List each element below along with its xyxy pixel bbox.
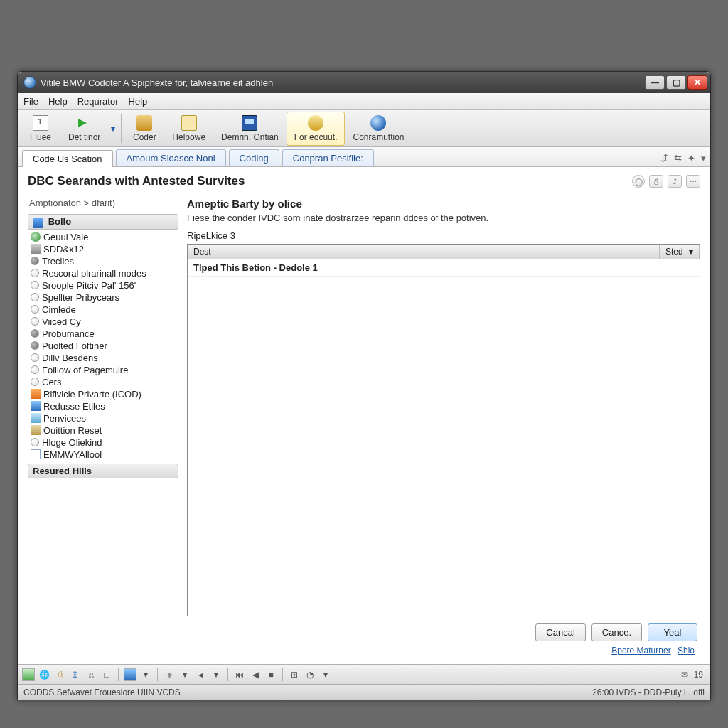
sidebar-item[interactable]: EMMWYAllool bbox=[29, 449, 178, 461]
tb-foreocuut[interactable]: For eocuut. bbox=[287, 112, 346, 146]
bb-icon-7[interactable] bbox=[124, 668, 136, 681]
sidebar-item[interactable]: Puolted Foftiner bbox=[29, 340, 178, 352]
bb-icon-4[interactable]: 🗎 bbox=[69, 668, 82, 681]
bb-icon-9[interactable]: ◂ bbox=[194, 668, 207, 681]
bb-icon-2[interactable]: 🌐 bbox=[38, 668, 50, 681]
tab-conpran-pesifile[interactable]: Conpran Pesifile: bbox=[282, 149, 374, 166]
tb-coder[interactable]: Coder bbox=[124, 112, 164, 146]
maximize-button[interactable]: ▢ bbox=[666, 75, 686, 90]
bullet-icon bbox=[31, 305, 39, 314]
tb-fluee[interactable]: Fluee bbox=[21, 112, 60, 146]
bullet-icon bbox=[31, 281, 39, 289]
sidebar-item[interactable]: Redusse Etiles bbox=[29, 400, 178, 412]
sidebar-item[interactable]: Dillv Besdens bbox=[29, 352, 178, 364]
bullet-icon bbox=[31, 329, 39, 338]
breadcrumb: Amptionaton > dfarit) bbox=[28, 198, 178, 208]
tab-amoum-sloasce[interactable]: Amoum Sloasce Nonl bbox=[116, 149, 226, 166]
tabtool-3-icon[interactable]: ✦ bbox=[687, 153, 695, 164]
bullet-icon bbox=[31, 317, 39, 326]
sidebar-item[interactable]: Treciles bbox=[29, 255, 178, 267]
tb-conramuttion[interactable]: Conramuttion bbox=[345, 112, 412, 146]
sidebar-item-label: Geuul Vale bbox=[43, 232, 88, 242]
col-sted[interactable]: Sted ▾ bbox=[660, 245, 700, 259]
tabtool-dropdown-icon[interactable]: ▾ bbox=[701, 153, 706, 164]
bb-icon-11[interactable]: ◔ bbox=[304, 668, 316, 681]
hdr-refresh-icon[interactable]: ◯ bbox=[632, 175, 645, 188]
bb-icon-8[interactable]: ⎈ bbox=[163, 668, 176, 681]
sidebar-item[interactable]: SDD&x12 bbox=[29, 243, 178, 255]
menu-regurator[interactable]: Requrator bbox=[77, 96, 119, 107]
bb-icon-10[interactable]: ⊞ bbox=[288, 668, 301, 681]
side-header-bollo[interactable]: Bollo bbox=[28, 214, 178, 230]
bb-dropdown-1[interactable]: ▾ bbox=[139, 668, 152, 681]
bb-prev-icon[interactable]: ⏮ bbox=[233, 668, 246, 681]
bb-icon-5[interactable]: ⎌ bbox=[85, 668, 97, 681]
sidebar-item-label: Ouittion Reset bbox=[43, 425, 102, 436]
bb-back-icon[interactable]: ◀ bbox=[249, 668, 262, 681]
menu-help[interactable]: Help bbox=[48, 96, 68, 107]
sidebar-item[interactable]: Probumance bbox=[29, 328, 178, 340]
menu-file[interactable]: File bbox=[23, 96, 38, 107]
bb-mail-icon[interactable]: ✉ bbox=[678, 668, 691, 681]
tabtool-1-icon[interactable]: ⇵ bbox=[660, 153, 668, 164]
tb-demrin[interactable]: Demrin. Ontian bbox=[213, 112, 287, 146]
results-grid: Dest Sted ▾ Tlped This Betion - Dedole 1 bbox=[187, 244, 700, 616]
link-bpore[interactable]: Bpore Maturner bbox=[611, 646, 670, 655]
bb-icon-6[interactable]: □ bbox=[100, 668, 113, 681]
wand-icon bbox=[33, 218, 43, 228]
sidebar: Amptionaton > dfarit) Bollo Geuul Vale S… bbox=[28, 198, 178, 660]
hdr-export-icon[interactable]: ⤴ bbox=[668, 175, 682, 188]
cube-icon bbox=[31, 244, 41, 254]
bb-icon-1[interactable] bbox=[22, 668, 35, 681]
sidebar-item[interactable]: Sroople Pitciv Pal' 156' bbox=[29, 279, 178, 291]
sidebar-item[interactable]: Spellter Pribycears bbox=[29, 291, 178, 304]
status-right: 26:00 IVDS - DDD-Puiy L. offi bbox=[592, 687, 705, 697]
sidebar-item[interactable]: Cimlede bbox=[29, 304, 178, 316]
box-icon bbox=[31, 425, 41, 435]
bb-dropdown-4[interactable]: ▾ bbox=[319, 668, 332, 681]
bb-dropdown-2[interactable]: ▾ bbox=[178, 668, 191, 681]
bb-icon-3[interactable]: ⎙ bbox=[53, 668, 66, 681]
menu-help-2[interactable]: Help bbox=[129, 96, 148, 107]
tb-dettinor[interactable]: Det tinor bbox=[60, 112, 108, 146]
col-sted-label: Sted bbox=[665, 247, 683, 257]
hdr-more-icon[interactable]: ⋯ bbox=[686, 175, 700, 188]
table-row[interactable]: Tlped This Betion - Dedole 1 bbox=[188, 259, 700, 277]
status-left: CODDS Sefwavet Frouesiore UIIN VCDS bbox=[23, 687, 181, 697]
sidebar-item[interactable]: Penvicees bbox=[29, 412, 178, 424]
bullet-icon bbox=[31, 257, 39, 265]
titlebar: Vitile BMW Codoter A Spiphexte for, talv… bbox=[18, 72, 710, 93]
sidebar-item-label: Dillv Besdens bbox=[42, 353, 98, 363]
bullet-icon bbox=[31, 353, 39, 362]
tab-code-us-scation[interactable]: Code Us Scation bbox=[22, 150, 113, 167]
bb-stop-icon[interactable]: ■ bbox=[264, 668, 277, 681]
info-icon bbox=[370, 115, 386, 131]
folder-icon bbox=[181, 115, 197, 131]
sidebar-item[interactable]: Viiced Cy bbox=[29, 316, 178, 328]
bb-sep bbox=[157, 668, 158, 681]
bb-dropdown-3[interactable]: ▾ bbox=[210, 668, 223, 681]
side-header-resured[interactable]: Resured Hilis bbox=[28, 464, 178, 478]
col-dest[interactable]: Dest bbox=[188, 245, 660, 259]
link-shio[interactable]: Shio bbox=[678, 646, 695, 655]
sidebar-item[interactable]: Folliow of Pagemuire bbox=[29, 364, 178, 376]
tab-coding[interactable]: Coding bbox=[229, 149, 279, 166]
tabtool-2-icon[interactable]: ⇆ bbox=[674, 153, 682, 164]
hdr-badge-icon[interactable]: ⎙ bbox=[649, 175, 663, 188]
cancel-button-1[interactable]: Cancal bbox=[535, 623, 585, 641]
bullet-icon bbox=[31, 378, 39, 386]
sidebar-item[interactable]: Ouittion Reset bbox=[29, 424, 178, 437]
tb-helpowe[interactable]: Helpowe bbox=[164, 112, 213, 146]
yes-button[interactable]: Yeal bbox=[648, 623, 697, 641]
cancel-button-2[interactable]: Cance. bbox=[592, 623, 642, 641]
minimize-button[interactable]: — bbox=[645, 75, 665, 90]
tb-dropdown-1[interactable]: ▾ bbox=[108, 112, 118, 146]
sidebar-item[interactable]: Geuul Vale bbox=[29, 231, 178, 243]
app-window: Vitile BMW Codoter A Spiphexte for, talv… bbox=[17, 71, 711, 700]
sidebar-item[interactable]: Rescoral plrarinall modes bbox=[29, 267, 178, 279]
close-button[interactable]: ✕ bbox=[687, 75, 707, 90]
grid-body[interactable]: Tlped This Betion - Dedole 1 bbox=[188, 259, 700, 616]
sidebar-item[interactable]: Riflvicie Privarte (ICOD) bbox=[29, 388, 178, 400]
sidebar-item[interactable]: Cers bbox=[29, 376, 178, 388]
sidebar-item[interactable]: Hloge Oliekind bbox=[29, 437, 178, 449]
